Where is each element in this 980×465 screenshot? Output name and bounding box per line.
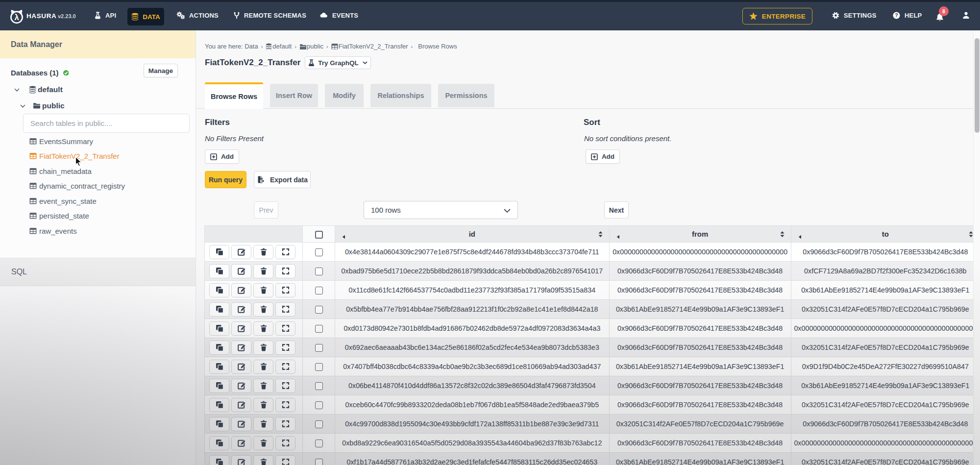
- svg-text:λ: λ: [15, 13, 19, 22]
- svg-text:?: ?: [895, 12, 898, 18]
